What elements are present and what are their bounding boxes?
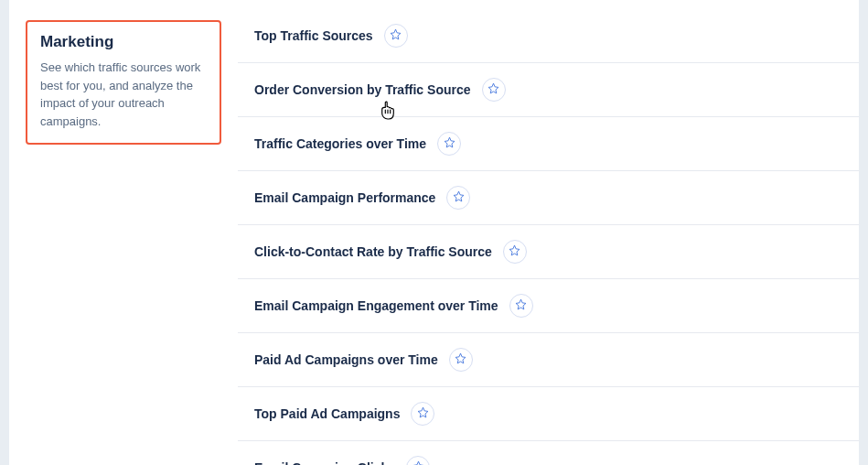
report-row[interactable]: Top Paid Ad Campaigns <box>238 387 859 441</box>
report-title: Email Campaign Clicks <box>254 460 395 465</box>
report-row[interactable]: Click-to-Contact Rate by Traffic Source <box>238 225 859 279</box>
report-title: Paid Ad Campaigns over Time <box>254 352 438 367</box>
report-title: Top Paid Ad Campaigns <box>254 406 400 421</box>
report-row[interactable]: Order Conversion by Traffic Source <box>238 63 859 117</box>
star-icon <box>417 406 429 422</box>
favorite-button[interactable] <box>437 132 461 156</box>
report-row[interactable]: Traffic Categories over Time <box>238 117 859 171</box>
report-title: Email Campaign Engagement over Time <box>254 298 498 313</box>
report-title: Traffic Categories over Time <box>254 136 426 151</box>
star-icon <box>453 189 465 206</box>
star-icon <box>444 135 455 152</box>
report-title: Order Conversion by Traffic Source <box>254 82 471 97</box>
favorite-button[interactable] <box>503 240 527 264</box>
report-row[interactable]: Email Campaign Engagement over Time <box>238 279 859 333</box>
star-icon <box>509 243 520 260</box>
report-row[interactable]: Email Campaign Performance <box>238 171 859 225</box>
favorite-button[interactable] <box>406 456 430 465</box>
favorite-button[interactable] <box>446 186 470 210</box>
star-icon <box>390 27 402 44</box>
report-title: Email Campaign Performance <box>254 190 435 205</box>
favorite-button[interactable] <box>482 78 506 102</box>
category-title: Marketing <box>40 33 207 51</box>
star-icon <box>455 351 466 368</box>
star-icon <box>488 81 499 98</box>
report-row[interactable]: Paid Ad Campaigns over Time <box>238 333 859 387</box>
category-card-marketing: Marketing See which traffic sources work… <box>26 20 221 145</box>
report-row[interactable]: Email Campaign Clicks <box>238 441 859 465</box>
favorite-button[interactable] <box>509 294 533 318</box>
favorite-button[interactable] <box>449 348 473 372</box>
reports-list: Top Traffic Sources Order Conversion by … <box>238 0 859 465</box>
report-title: Click-to-Contact Rate by Traffic Source <box>254 244 492 259</box>
favorite-button[interactable] <box>384 24 408 48</box>
report-title: Top Traffic Sources <box>254 28 373 43</box>
star-icon <box>515 297 527 314</box>
category-description: See which traffic sources work best for … <box>40 59 207 130</box>
favorite-button[interactable] <box>411 402 434 426</box>
star-icon <box>413 460 424 465</box>
main-panel: Marketing See which traffic sources work… <box>9 0 859 465</box>
report-row[interactable]: Top Traffic Sources <box>238 13 859 63</box>
sidebar: Marketing See which traffic sources work… <box>9 0 238 465</box>
